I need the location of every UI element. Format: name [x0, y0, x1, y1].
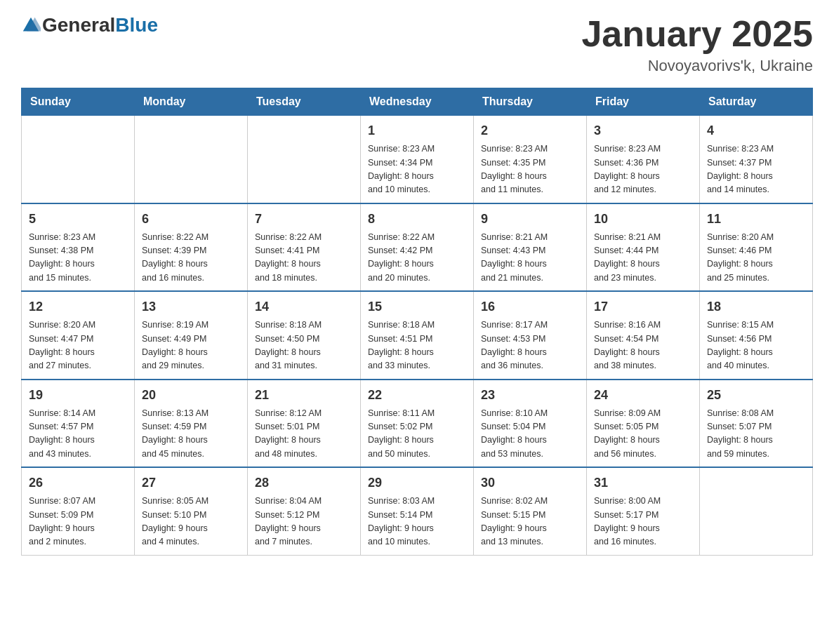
calendar-cell: [248, 116, 361, 203]
day-info: Sunrise: 8:03 AMSunset: 5:14 PMDaylight:…: [368, 495, 466, 549]
day-of-week-header: Wednesday: [361, 88, 474, 116]
day-number: 27: [142, 474, 240, 492]
logo: GeneralBlue: [21, 14, 158, 36]
day-info: Sunrise: 8:23 AMSunset: 4:36 PMDaylight:…: [594, 142, 692, 197]
day-info: Sunrise: 8:08 AMSunset: 5:07 PMDaylight:…: [707, 407, 805, 462]
day-info: Sunrise: 8:20 AMSunset: 4:47 PMDaylight:…: [29, 318, 127, 373]
calendar-table: SundayMondayTuesdayWednesdayThursdayFrid…: [21, 88, 813, 556]
day-info: Sunrise: 8:23 AMSunset: 4:34 PMDaylight:…: [368, 142, 466, 197]
calendar-cell: 14Sunrise: 8:18 AMSunset: 4:50 PMDayligh…: [248, 291, 361, 380]
day-info: Sunrise: 8:18 AMSunset: 4:50 PMDaylight:…: [255, 318, 353, 373]
calendar-cell: 5Sunrise: 8:23 AMSunset: 4:38 PMDaylight…: [22, 203, 135, 292]
calendar-cell: 7Sunrise: 8:22 AMSunset: 4:41 PMDaylight…: [248, 203, 361, 292]
day-number: 1: [368, 121, 466, 140]
calendar-cell: 3Sunrise: 8:23 AMSunset: 4:36 PMDaylight…: [587, 116, 700, 203]
calendar-cell: 17Sunrise: 8:16 AMSunset: 4:54 PMDayligh…: [587, 291, 700, 380]
day-number: 15: [368, 297, 466, 316]
day-number: 23: [481, 386, 579, 405]
day-number: 7: [255, 210, 353, 229]
day-number: 4: [707, 121, 805, 140]
day-info: Sunrise: 8:22 AMSunset: 4:42 PMDaylight:…: [368, 231, 466, 286]
day-of-week-header: Monday: [135, 88, 248, 116]
calendar-cell: 25Sunrise: 8:08 AMSunset: 5:07 PMDayligh…: [700, 380, 813, 468]
logo-icon: [21, 15, 41, 35]
calendar-header: SundayMondayTuesdayWednesdayThursdayFrid…: [22, 88, 813, 116]
day-number: 22: [368, 386, 466, 405]
calendar-body: 1Sunrise: 8:23 AMSunset: 4:34 PMDaylight…: [22, 116, 813, 556]
day-number: 9: [481, 210, 579, 229]
day-info: Sunrise: 8:21 AMSunset: 4:43 PMDaylight:…: [481, 231, 579, 286]
day-number: 26: [29, 474, 127, 492]
calendar-cell: 13Sunrise: 8:19 AMSunset: 4:49 PMDayligh…: [135, 291, 248, 380]
day-number: 12: [29, 297, 127, 316]
day-of-week-header: Saturday: [700, 88, 813, 116]
calendar-cell: 23Sunrise: 8:10 AMSunset: 5:04 PMDayligh…: [474, 380, 587, 468]
day-info: Sunrise: 8:20 AMSunset: 4:46 PMDaylight:…: [707, 231, 805, 286]
day-number: 16: [481, 297, 579, 316]
day-number: 10: [594, 210, 692, 229]
page-header: GeneralBlue January 2025 Novoyavorivs'k,…: [21, 14, 813, 75]
calendar-cell: [22, 116, 135, 203]
day-number: 3: [594, 121, 692, 140]
logo-text-blue: Blue: [115, 14, 158, 36]
day-info: Sunrise: 8:14 AMSunset: 4:57 PMDaylight:…: [29, 407, 127, 462]
calendar-cell: 26Sunrise: 8:07 AMSunset: 5:09 PMDayligh…: [22, 467, 135, 555]
day-info: Sunrise: 8:09 AMSunset: 5:05 PMDaylight:…: [594, 407, 692, 462]
day-number: 29: [368, 474, 466, 492]
calendar-cell: [135, 116, 248, 203]
day-number: 13: [142, 297, 240, 316]
day-info: Sunrise: 8:18 AMSunset: 4:51 PMDaylight:…: [368, 318, 466, 373]
calendar-cell: [700, 467, 813, 555]
calendar-cell: 18Sunrise: 8:15 AMSunset: 4:56 PMDayligh…: [700, 291, 813, 380]
calendar-cell: 28Sunrise: 8:04 AMSunset: 5:12 PMDayligh…: [248, 467, 361, 555]
day-info: Sunrise: 8:10 AMSunset: 5:04 PMDaylight:…: [481, 407, 579, 462]
day-number: 19: [29, 386, 127, 405]
calendar-cell: 29Sunrise: 8:03 AMSunset: 5:14 PMDayligh…: [361, 467, 474, 555]
day-info: Sunrise: 8:23 AMSunset: 4:38 PMDaylight:…: [29, 231, 127, 286]
calendar-cell: 20Sunrise: 8:13 AMSunset: 4:59 PMDayligh…: [135, 380, 248, 468]
day-number: 25: [707, 386, 805, 405]
logo-text-general: General: [42, 14, 115, 36]
calendar-cell: 1Sunrise: 8:23 AMSunset: 4:34 PMDaylight…: [361, 116, 474, 203]
calendar-cell: 19Sunrise: 8:14 AMSunset: 4:57 PMDayligh…: [22, 380, 135, 468]
day-info: Sunrise: 8:11 AMSunset: 5:02 PMDaylight:…: [368, 407, 466, 462]
day-info: Sunrise: 8:05 AMSunset: 5:10 PMDaylight:…: [142, 495, 240, 549]
day-of-week-header: Thursday: [474, 88, 587, 116]
day-info: Sunrise: 8:21 AMSunset: 4:44 PMDaylight:…: [594, 231, 692, 286]
day-number: 18: [707, 297, 805, 316]
calendar-cell: 6Sunrise: 8:22 AMSunset: 4:39 PMDaylight…: [135, 203, 248, 292]
day-of-week-header: Friday: [587, 88, 700, 116]
calendar-week-row: 26Sunrise: 8:07 AMSunset: 5:09 PMDayligh…: [22, 467, 813, 555]
day-info: Sunrise: 8:17 AMSunset: 4:53 PMDaylight:…: [481, 318, 579, 373]
day-number: 21: [255, 386, 353, 405]
day-number: 8: [368, 210, 466, 229]
calendar-week-row: 5Sunrise: 8:23 AMSunset: 4:38 PMDaylight…: [22, 203, 813, 292]
calendar-cell: 4Sunrise: 8:23 AMSunset: 4:37 PMDaylight…: [700, 116, 813, 203]
day-info: Sunrise: 8:13 AMSunset: 4:59 PMDaylight:…: [142, 407, 240, 462]
calendar-cell: 11Sunrise: 8:20 AMSunset: 4:46 PMDayligh…: [700, 203, 813, 292]
day-number: 30: [481, 474, 579, 492]
day-info: Sunrise: 8:15 AMSunset: 4:56 PMDaylight:…: [707, 318, 805, 373]
calendar-cell: 8Sunrise: 8:22 AMSunset: 4:42 PMDaylight…: [361, 203, 474, 292]
calendar-cell: 2Sunrise: 8:23 AMSunset: 4:35 PMDaylight…: [474, 116, 587, 203]
calendar-cell: 9Sunrise: 8:21 AMSunset: 4:43 PMDaylight…: [474, 203, 587, 292]
day-number: 6: [142, 210, 240, 229]
day-info: Sunrise: 8:12 AMSunset: 5:01 PMDaylight:…: [255, 407, 353, 462]
day-info: Sunrise: 8:19 AMSunset: 4:49 PMDaylight:…: [142, 318, 240, 373]
day-number: 11: [707, 210, 805, 229]
day-number: 14: [255, 297, 353, 316]
day-info: Sunrise: 8:22 AMSunset: 4:39 PMDaylight:…: [142, 231, 240, 286]
calendar-week-row: 12Sunrise: 8:20 AMSunset: 4:47 PMDayligh…: [22, 291, 813, 380]
day-number: 31: [594, 474, 692, 492]
calendar-cell: 24Sunrise: 8:09 AMSunset: 5:05 PMDayligh…: [587, 380, 700, 468]
day-info: Sunrise: 8:07 AMSunset: 5:09 PMDaylight:…: [29, 495, 127, 549]
day-info: Sunrise: 8:00 AMSunset: 5:17 PMDaylight:…: [594, 495, 692, 549]
calendar-cell: 27Sunrise: 8:05 AMSunset: 5:10 PMDayligh…: [135, 467, 248, 555]
day-number: 5: [29, 210, 127, 229]
day-info: Sunrise: 8:04 AMSunset: 5:12 PMDaylight:…: [255, 495, 353, 549]
title-area: January 2025 Novoyavorivs'k, Ukraine: [581, 14, 813, 75]
calendar-week-row: 19Sunrise: 8:14 AMSunset: 4:57 PMDayligh…: [22, 380, 813, 468]
day-number: 28: [255, 474, 353, 492]
day-of-week-header: Tuesday: [248, 88, 361, 116]
day-info: Sunrise: 8:22 AMSunset: 4:41 PMDaylight:…: [255, 231, 353, 286]
